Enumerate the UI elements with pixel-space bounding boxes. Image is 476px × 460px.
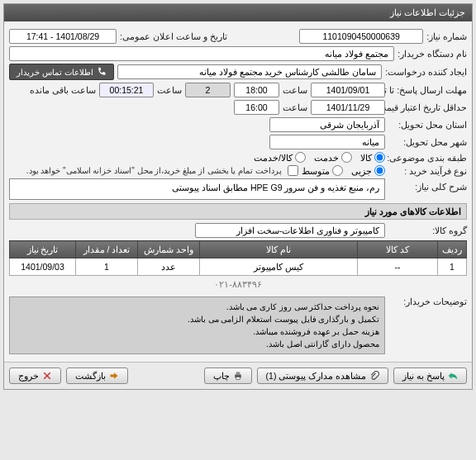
- attachments-button[interactable]: مشاهده مدارک پیوستی (1): [257, 368, 389, 384]
- validity-time: 16:00: [234, 100, 279, 115]
- phone-partial: ۰۲۱-۸۸۳۴۹۶: [9, 279, 467, 290]
- radio-service[interactable]: خدمت: [314, 152, 352, 163]
- buyer-note-line: محصول دارای گارانتی اصل باشد.: [15, 338, 379, 350]
- col-unit: واحد شمارش: [138, 241, 200, 258]
- pub-date-value: 1401/08/29 - 17:41: [9, 29, 117, 44]
- deadline-date: 1401/09/01: [311, 83, 385, 97]
- items-table: ردیف کد کالا نام کالا واحد شمارش تعداد /…: [9, 240, 467, 276]
- process-label: نوع فرآیند خرید :: [388, 166, 467, 176]
- back-icon: [109, 371, 119, 381]
- col-row: ردیف: [438, 241, 467, 258]
- province-value: آذربایجان شرقی: [269, 117, 385, 132]
- radio-partial[interactable]: جزیی: [351, 165, 385, 176]
- cell-code: --: [358, 258, 438, 276]
- radio-partial-input[interactable]: [374, 165, 385, 176]
- radio-medium-input[interactable]: [332, 165, 343, 176]
- buyer-org-label: نام دستگاه خریدار:: [397, 49, 467, 59]
- footer-bar: پاسخ به نیاز مشاهده مدارک پیوستی (1) چاپ…: [4, 362, 472, 389]
- reply-icon: [448, 371, 458, 381]
- col-qty: تعداد / مقدار: [76, 241, 138, 258]
- buyer-note-line: نحوه پرداخت حداکثر سی روز کاری می باشد.: [15, 301, 379, 313]
- cell-row: 1: [438, 258, 467, 276]
- process-note-check[interactable]: پرداخت تمام یا بخشی از مبلغ خرید،از محل …: [26, 165, 298, 176]
- cell-qty: 1: [76, 258, 138, 276]
- col-date: تاریخ نیاز: [10, 241, 76, 258]
- radio-medium[interactable]: متوسط: [302, 165, 343, 176]
- panel-title: جزئیات اطلاعات نیاز: [4, 4, 472, 21]
- process-note-checkbox[interactable]: [288, 165, 298, 176]
- svg-rect-1: [236, 372, 240, 375]
- category-radio-group: کالا خدمت کالا/خدمت: [254, 152, 385, 163]
- buyer-note-line: هزینه حمل بر عهده فروشنده میباشد.: [15, 325, 379, 338]
- print-icon: [233, 371, 243, 381]
- deadline-label: مهلت ارسال پاسخ: تا تاریخ:: [388, 85, 467, 95]
- city-label: شهر محل تحویل:: [388, 137, 467, 147]
- radio-goods[interactable]: کالا: [360, 152, 385, 163]
- need-desc-value: رم، منبع تغذیه و فن سرور HPE G9 مطابق اس…: [9, 178, 385, 200]
- process-radio-group: جزیی متوسط: [302, 165, 385, 176]
- buyer-notes-box: نحوه پرداخت حداکثر سی روز کاری می باشد. …: [9, 296, 385, 354]
- category-label: طبقه بندی موضوعی:: [388, 153, 467, 163]
- need-no-value: 1101090450000639: [299, 29, 423, 44]
- col-code: کد کالا: [358, 241, 438, 258]
- deadline-time: 18:00: [234, 83, 279, 97]
- items-heading: اطلاعات کالاهای مورد نیاز: [9, 203, 467, 220]
- reply-button[interactable]: پاسخ به نیاز: [393, 368, 467, 384]
- col-name: نام کالا: [200, 241, 358, 258]
- need-no-label: شماره نیاز:: [426, 31, 467, 41]
- cell-name: کیس کامپیوتر: [200, 258, 358, 276]
- requester-label: ایجاد کننده درخواست:: [385, 67, 467, 77]
- table-row[interactable]: 1 -- کیس کامپیوتر عدد 1 1401/09/03: [10, 258, 467, 276]
- validity-label: حداقل تاریخ اعتبار قیمت: تا تاریخ:: [388, 102, 467, 112]
- contact-button[interactable]: اطلاعات تماس خریدار: [9, 64, 114, 80]
- validity-date: 1401/11/29: [311, 100, 385, 115]
- radio-goods-service[interactable]: کالا/خدمت: [254, 152, 306, 163]
- days-remaining: 2: [185, 83, 231, 97]
- svg-rect-2: [236, 377, 240, 380]
- exit-icon: [42, 371, 52, 381]
- need-desc-label: شرح کلی نیاز:: [388, 178, 467, 192]
- time-label-3: ساعت: [283, 102, 307, 112]
- buyer-notes-label: توضیحات خریدار:: [388, 293, 467, 306]
- time-label-1: ساعت: [283, 85, 307, 95]
- back-button[interactable]: بازگشت: [66, 368, 128, 384]
- city-value: میانه: [269, 135, 385, 149]
- group-label: گروه کالا:: [388, 225, 467, 235]
- phone-icon: [97, 67, 107, 77]
- time-label-2: ساعت: [157, 85, 182, 95]
- exit-button[interactable]: خروج: [9, 368, 61, 384]
- panel-body: شماره نیاز: 1101090450000639 تاریخ و ساع…: [4, 21, 472, 362]
- attachment-icon: [369, 371, 379, 381]
- countdown: 00:15:21: [99, 83, 154, 97]
- cell-date: 1401/09/03: [10, 258, 76, 276]
- cell-unit: عدد: [138, 258, 200, 276]
- table-header-row: ردیف کد کالا نام کالا واحد شمارش تعداد /…: [10, 241, 467, 258]
- contact-button-label: اطلاعات تماس خریدار: [17, 68, 93, 77]
- radio-goods-input[interactable]: [374, 152, 385, 163]
- print-button[interactable]: چاپ: [204, 368, 252, 384]
- remaining-label: ساعت باقی مانده: [30, 85, 96, 95]
- buyer-org-value: مجتمع فولاد میانه: [9, 46, 394, 61]
- pub-date-label: تاریخ و ساعت اعلان عمومی:: [120, 31, 227, 41]
- radio-service-input[interactable]: [341, 152, 352, 163]
- requester-value: سامان طالشی کارشناس خرید مجتمع فولاد میا…: [117, 64, 383, 79]
- province-label: استان محل تحویل:: [388, 120, 467, 130]
- details-panel: جزئیات اطلاعات نیاز شماره نیاز: 11010904…: [3, 3, 473, 390]
- buyer-note-line: تکمیل و بارگذاری فایل پیوست استعلام الزا…: [15, 313, 379, 325]
- group-value: کامپیوتر و فناوری اطلاعات-سخت افزار: [195, 223, 385, 238]
- radio-goods-service-input[interactable]: [295, 152, 306, 163]
